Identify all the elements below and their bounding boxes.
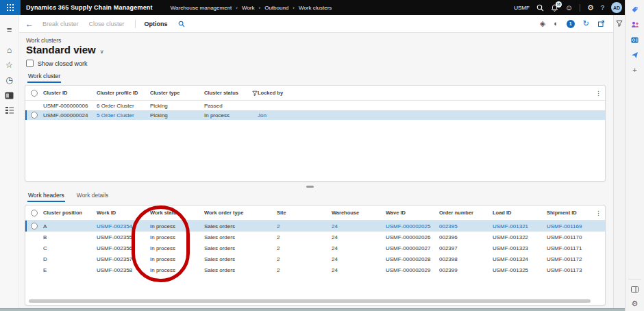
page-title[interactable]: Standard view ∨ <box>26 44 104 55</box>
table-row[interactable]: AUSMF-002354In processSales orders224USM… <box>25 221 605 232</box>
cell-warehouse: 24 <box>332 245 386 251</box>
column-header-warehouse[interactable]: Warehouse <box>332 210 386 216</box>
cell-locked-by[interactable]: Jon <box>258 112 605 119</box>
column-headers: Cluster positionWork IDWork statusWork o… <box>43 210 605 216</box>
cell-work-id[interactable]: USMF-002354 <box>97 223 150 229</box>
cell-order-number: 002398 <box>439 256 493 262</box>
column-header-wave-id[interactable]: Wave ID <box>386 210 439 216</box>
expand-menu-icon[interactable]: ≡ <box>0 22 18 37</box>
cell-work-order-type: Sales orders <box>204 245 277 251</box>
breadcrumb-item-work[interactable]: Work <box>242 5 255 11</box>
tab-work-cluster[interactable]: Work cluster <box>27 73 61 83</box>
column-header-cluster-position[interactable]: Cluster position <box>43 210 97 216</box>
home-icon[interactable]: ⌂ <box>0 42 18 58</box>
column-header-load-id[interactable]: Load ID <box>493 210 547 216</box>
contrast-icon[interactable]: ◐ <box>554 20 558 27</box>
search-icon[interactable] <box>536 4 544 12</box>
page-content: Work clusters Standard view ∨ Show close… <box>19 33 613 308</box>
table-row[interactable]: EUSMF-002358In processSales orders224USM… <box>25 264 605 275</box>
column-header-work-id[interactable]: Work ID <box>97 210 150 216</box>
tab-work-headers[interactable]: Work headers <box>27 192 65 202</box>
avatar[interactable]: AD <box>611 2 622 13</box>
tab-work-details[interactable]: Work details <box>76 192 110 202</box>
breadcrumb-item-outbound[interactable]: Outbound <box>264 5 288 11</box>
table-row[interactable]: DUSMF-002357In processSales orders224USM… <box>25 253 605 264</box>
cell-cluster-position: E <box>43 267 97 273</box>
cell-cluster-profile-id[interactable]: 5 Order Cluster <box>97 112 150 119</box>
command-search-icon[interactable] <box>178 21 185 27</box>
cell-warehouse: 24 <box>332 234 386 240</box>
cell-work-status: In process <box>150 234 204 240</box>
sidebar-panel-icon[interactable] <box>631 285 639 293</box>
breadcrumb-item-work-clusters[interactable]: Work clusters <box>299 5 332 11</box>
cell-cluster-profile-id: 6 Order Cluster <box>97 103 150 109</box>
column-header-work-order-type[interactable]: Work order type <box>204 210 277 216</box>
cell-wave-id[interactable]: USMF-000002025 <box>386 223 439 229</box>
attachments-badge[interactable]: 1 <box>567 20 575 28</box>
command-button-options[interactable]: Options <box>145 21 168 27</box>
notifications-bell-icon[interactable]: 18 <box>551 4 558 12</box>
detail-tabs: Work headersWork details <box>27 192 109 202</box>
cell-wave-id: USMF-000002026 <box>386 234 439 240</box>
help-button[interactable]: ? <box>601 4 604 11</box>
table-row[interactable]: BUSMF-002355In processSales orders224USM… <box>25 232 605 242</box>
column-header-cluster-type[interactable]: Cluster type <box>150 90 204 96</box>
filter-funnel-icon[interactable] <box>616 20 623 308</box>
add-sidebar-item-icon[interactable]: + <box>632 66 636 74</box>
breadcrumb-item-warehouse-management[interactable]: Warehouse management <box>171 5 232 11</box>
row-select-radio[interactable] <box>25 223 43 229</box>
app-title[interactable]: Dynamics 365 Supply Chain Management <box>26 4 153 11</box>
column-header-cluster-status[interactable]: Cluster status <box>204 90 258 96</box>
modules-list-icon[interactable] <box>0 103 18 118</box>
select-all-radio[interactable] <box>25 210 43 216</box>
column-header-order-number[interactable]: Order number <box>439 210 493 216</box>
horizontal-scrollbar[interactable] <box>29 299 591 303</box>
column-header-cluster-id[interactable]: Cluster ID <box>43 90 97 96</box>
topbar-actions: USMF 18 ☺ ⚙ ? AD <box>514 2 625 13</box>
settings-gear-icon[interactable]: ⚙ <box>587 4 594 12</box>
feedback-smiley-icon[interactable]: ☺ <box>565 4 573 12</box>
recent-clock-icon[interactable]: ◷ <box>0 73 18 88</box>
column-filter-icon[interactable] <box>252 90 258 96</box>
favorites-star-icon[interactable]: ☆ <box>0 58 18 73</box>
shopping-tag-icon[interactable] <box>631 5 639 14</box>
open-in-new-window-icon[interactable] <box>597 20 605 27</box>
cell-order-number: 002397 <box>439 245 493 251</box>
column-header-cluster-profile-id[interactable]: Cluster profile ID <box>97 90 150 96</box>
people-icon[interactable] <box>631 21 639 29</box>
cell-site[interactable]: 2 <box>277 223 332 229</box>
command-bar-divider <box>135 20 136 28</box>
cell-load-id[interactable]: USMF-001321 <box>493 223 547 229</box>
radio-circle-icon <box>31 112 38 119</box>
work-clusters-grid: Cluster IDCluster profile IDCluster type… <box>25 85 606 182</box>
select-all-radio[interactable] <box>25 90 43 97</box>
cell-order-number[interactable]: 002395 <box>439 223 493 229</box>
table-row[interactable]: CUSMF-002356In processSales orders224USM… <box>25 242 605 253</box>
show-closed-work-checkbox[interactable] <box>26 60 34 67</box>
back-icon[interactable]: ← <box>25 20 34 28</box>
table-row[interactable]: USMF-0000000066 Order ClusterPickingPass… <box>25 101 605 110</box>
grid-more-options-icon[interactable]: ⋮ <box>595 86 602 101</box>
refresh-icon[interactable]: ↻ <box>583 20 589 27</box>
app-launcher-waffle-icon[interactable] <box>0 0 21 15</box>
column-header-locked-by[interactable]: Locked by <box>258 90 605 96</box>
company-picker[interactable]: USMF <box>514 5 530 11</box>
cell-cluster-type: Picking <box>150 103 204 109</box>
column-header-site[interactable]: Site <box>277 210 332 216</box>
send-plane-icon[interactable] <box>631 51 639 59</box>
row-select-radio[interactable] <box>25 112 43 119</box>
grid-more-options-icon[interactable]: ⋮ <box>595 206 602 221</box>
sidebar-settings-gear-icon[interactable]: ⚙ <box>632 299 639 308</box>
cell-shipment-id[interactable]: USMF-001169 <box>547 223 605 229</box>
personalize-icon[interactable]: ◈ <box>540 20 545 27</box>
cell-warehouse[interactable]: 24 <box>332 223 386 229</box>
left-nav-rail: ≡ ⌂ ☆ ◷ <box>0 15 19 308</box>
cell-work-order-type: Sales orders <box>204 234 277 240</box>
splitter-handle[interactable] <box>306 186 314 188</box>
table-row[interactable]: USMF-0000000245 Order ClusterPickingIn p… <box>25 110 605 120</box>
outlook-icon[interactable] <box>631 36 639 44</box>
active-workspace-icon[interactable] <box>0 88 18 103</box>
column-header-work-status[interactable]: Work status <box>150 210 204 216</box>
checkbox-label: Show closed work <box>38 60 88 67</box>
cell-wave-id: USMF-000002029 <box>386 267 439 273</box>
